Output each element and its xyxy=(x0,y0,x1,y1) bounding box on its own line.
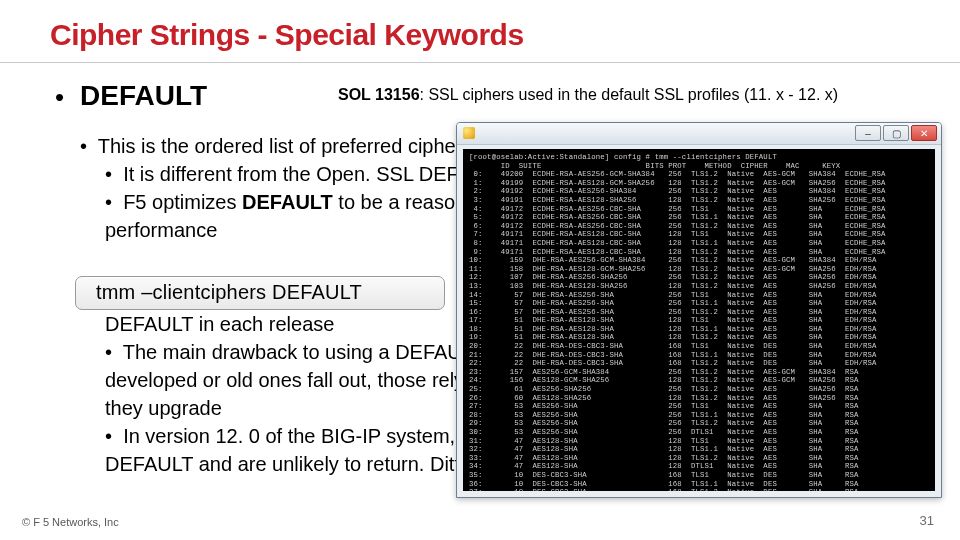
slide-title: Cipher Strings - Special Keywords xyxy=(50,18,524,52)
window-maximize-button[interactable]: ▢ xyxy=(883,125,909,141)
command-pill: tmm –clientciphers DEFAULT xyxy=(75,276,445,310)
kb-id: SOL 13156 xyxy=(338,86,420,103)
bullet-dot-1: • xyxy=(55,82,64,113)
footer-copyright: © F 5 Networks, Inc xyxy=(22,516,119,528)
window-titlebar[interactable]: – ▢ ✕ xyxy=(457,123,941,145)
window-close-button[interactable]: ✕ xyxy=(911,125,937,141)
window-app-icon xyxy=(463,127,475,139)
b3b-pre: F5 optimizes xyxy=(123,191,242,213)
kb-desc: : SSL ciphers used in the default SSL pr… xyxy=(420,86,839,103)
window-minimize-button[interactable]: – xyxy=(855,125,881,141)
kb-reference: SOL 13156: SSL ciphers used in the defau… xyxy=(338,86,838,104)
terminal-content[interactable]: [root@oselab:Active:Standalone] config #… xyxy=(463,149,935,491)
b3b-strong: DEFAULT xyxy=(242,191,333,213)
terminal-window: – ▢ ✕ [root@oselab:Active:Standalone] co… xyxy=(456,122,942,498)
title-rule xyxy=(0,62,960,63)
heading-default: DEFAULT xyxy=(80,80,207,112)
slide-number: 31 xyxy=(920,513,934,528)
